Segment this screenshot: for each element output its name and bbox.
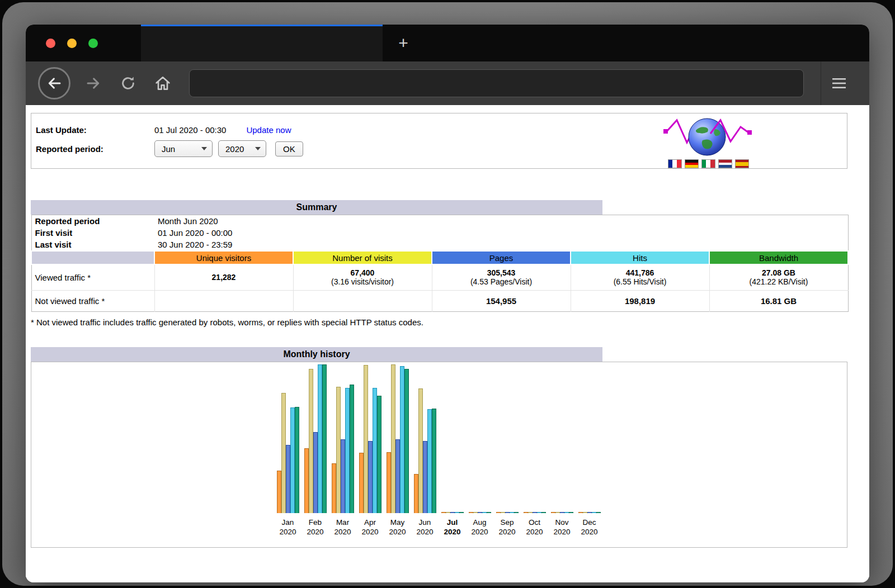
chart-bars	[274, 364, 604, 513]
back-button[interactable]	[38, 67, 70, 99]
bar-number-of-visits	[418, 388, 423, 513]
close-window-button[interactable]	[46, 39, 55, 48]
bar-hits	[455, 512, 459, 513]
last-visit-row-label: Last visit	[31, 239, 154, 251]
month-select-value: Jun	[162, 144, 175, 154]
forward-button[interactable]	[82, 72, 105, 95]
summary-table: Reported period Month Jun 2020 First vis…	[31, 215, 849, 312]
year-select[interactable]: 2020	[218, 140, 266, 157]
flag-netherlands-icon[interactable]	[718, 159, 732, 168]
month-label-oct: Oct2020	[521, 518, 548, 538]
flag-italy-icon[interactable]	[701, 159, 715, 168]
flag-spain-icon[interactable]	[735, 159, 749, 168]
hamburger-icon	[832, 77, 846, 89]
month-label-jan: Jan2020	[274, 518, 302, 538]
bar-bandwidth	[596, 512, 601, 513]
bar-unique-visitors	[551, 512, 555, 513]
viewed-bandwidth-sub: (421.22 KB/Visit)	[713, 277, 845, 286]
month-cluster-dec	[576, 364, 603, 513]
viewed-pages-value: 305,543	[436, 268, 567, 277]
reported-period-row-label: Reported period	[31, 215, 154, 227]
forward-arrow-icon	[85, 75, 102, 92]
table-row: First visit 01 Jun 2020 - 00:00	[31, 227, 848, 239]
bar-hits	[537, 512, 541, 513]
chart-month-labels: Jan2020Feb2020Mar2020Apr2020May2020Jun20…	[274, 518, 604, 538]
zoom-window-button[interactable]	[88, 39, 98, 48]
table-row: Last visit 30 Jun 2020 - 23:59	[31, 239, 848, 251]
bar-unique-visitors	[304, 448, 309, 513]
update-now-link[interactable]: Update now	[246, 125, 291, 135]
home-button[interactable]	[151, 72, 175, 95]
month-cluster-sep	[493, 364, 521, 513]
summary-section-title: Summary	[31, 200, 602, 215]
flag-germany-icon[interactable]	[685, 159, 699, 168]
bar-number-of-visits	[583, 512, 587, 513]
bar-pages	[533, 512, 537, 513]
bar-number-of-visits	[446, 512, 450, 513]
viewed-traffic-row: Viewed traffic * 21,282 67,400 (3.16 vis…	[31, 264, 848, 290]
flag-france-icon[interactable]	[668, 159, 682, 168]
not-viewed-bandwidth-cell: 16.81 GB	[709, 290, 848, 311]
viewed-visits-cell: 67,400 (3.16 visits/visitor)	[293, 264, 432, 290]
month-select[interactable]: Jun	[154, 140, 213, 157]
month-label-dec: Dec2020	[576, 518, 603, 538]
bar-pages	[341, 439, 345, 513]
bar-number-of-visits	[336, 387, 341, 513]
screenshot-stage: +	[0, 0, 895, 588]
first-visit-row-value: 01 Jun 2020 - 00:00	[154, 227, 848, 239]
bar-number-of-visits	[473, 512, 478, 513]
month-label-mar: Mar2020	[329, 518, 356, 538]
bar-pages	[587, 512, 592, 513]
viewed-bandwidth-cell: 27.08 GB (421.22 KB/Visit)	[709, 264, 848, 290]
month-label-sep: Sep2020	[493, 518, 521, 538]
bar-number-of-visits	[555, 512, 560, 513]
bar-bandwidth	[322, 364, 327, 513]
bar-hits	[564, 512, 569, 513]
viewed-unique-visitors-value: 21,282	[158, 273, 290, 282]
reload-button[interactable]	[116, 72, 140, 95]
url-input[interactable]	[189, 69, 804, 97]
month-cluster-oct	[521, 364, 548, 513]
bar-pages	[313, 432, 318, 513]
awstats-logo[interactable]	[663, 116, 753, 168]
new-tab-button[interactable]: +	[392, 25, 414, 61]
month-cluster-may	[384, 364, 411, 513]
bar-unique-visitors	[359, 453, 364, 513]
home-icon	[154, 74, 172, 92]
bar-bandwidth	[514, 512, 519, 513]
viewed-pages-cell: 305,543 (4.53 Pages/Visit)	[432, 264, 571, 290]
browser-window: +	[26, 25, 869, 582]
bar-bandwidth	[459, 512, 464, 513]
reported-period-label: Reported period:	[36, 144, 154, 154]
ok-button[interactable]: OK	[275, 141, 303, 157]
bar-pages	[286, 445, 290, 513]
bar-unique-visitors	[578, 512, 583, 513]
monthly-history-chart: Jan2020Feb2020Mar2020Apr2020May2020Jun20…	[274, 364, 604, 538]
not-viewed-pages-cell: 154,955	[432, 290, 571, 311]
month-label-feb: Feb2020	[302, 518, 329, 538]
menu-button[interactable]	[821, 61, 857, 105]
column-header-unique-visitors: Unique visitors	[154, 251, 293, 264]
bar-hits	[345, 388, 350, 513]
not-viewed-traffic-label: Not viewed traffic *	[31, 290, 154, 311]
minimize-window-button[interactable]	[67, 39, 77, 48]
bar-hits	[290, 407, 295, 513]
bar-hits	[510, 512, 514, 513]
last-update-label: Last Update:	[36, 125, 154, 135]
viewed-pages-sub: (4.53 Pages/Visit)	[436, 277, 567, 286]
update-period-box: Last Update: 01 Jul 2020 - 00:30 Update …	[31, 113, 847, 169]
browser-tab-active[interactable]	[141, 25, 383, 61]
column-header-pages: Pages	[432, 251, 571, 264]
window-controls	[46, 25, 98, 61]
bar-number-of-visits	[528, 512, 533, 513]
bar-unique-visitors	[387, 452, 391, 513]
month-label-jul: Jul2020	[439, 518, 466, 538]
bar-pages	[560, 512, 564, 513]
table-row: Reported period Month Jun 2020	[31, 215, 848, 227]
browser-titlebar: +	[26, 25, 869, 61]
viewed-traffic-label: Viewed traffic *	[31, 264, 154, 290]
bar-hits	[592, 512, 596, 513]
month-cluster-aug	[466, 364, 493, 513]
column-header-bandwidth: Bandwidth	[709, 251, 848, 264]
bar-unique-visitors	[469, 512, 473, 513]
